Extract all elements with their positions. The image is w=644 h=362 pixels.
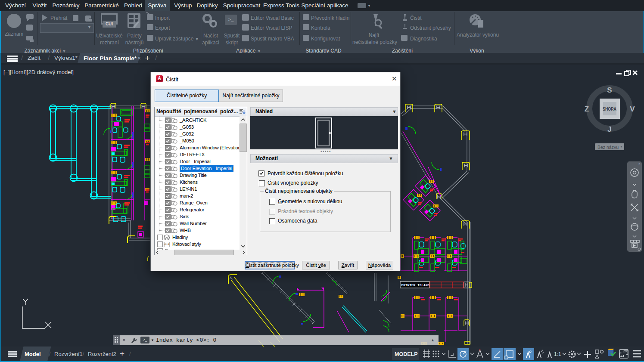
svg-text:SHORA: SHORA — [603, 106, 616, 111]
svg-text:Z: Z — [585, 105, 589, 113]
svg-text:S: S — [607, 86, 612, 94]
svg-text:1:1: 1:1 — [554, 351, 561, 357]
svg-text:V: V — [630, 105, 635, 113]
svg-text:PRINTER ISLAND: PRINTER ISLAND — [401, 284, 430, 287]
svg-text:J: J — [607, 125, 611, 133]
